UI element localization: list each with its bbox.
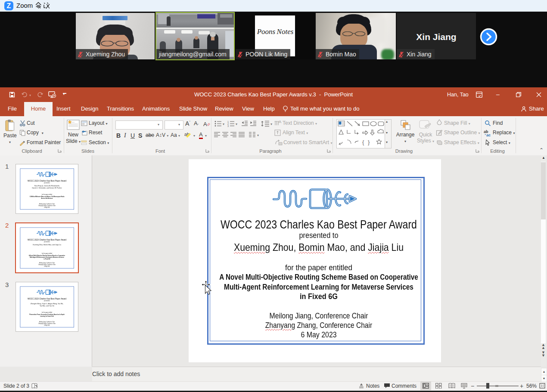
svg-text:A: A — [279, 120, 281, 124]
svg-text:}: } — [368, 139, 370, 145]
svg-text:A: A — [203, 121, 207, 127]
svg-text:3: 3 — [227, 125, 229, 127]
svg-text:ac: ac — [486, 133, 491, 137]
svg-text:{: { — [362, 139, 364, 145]
